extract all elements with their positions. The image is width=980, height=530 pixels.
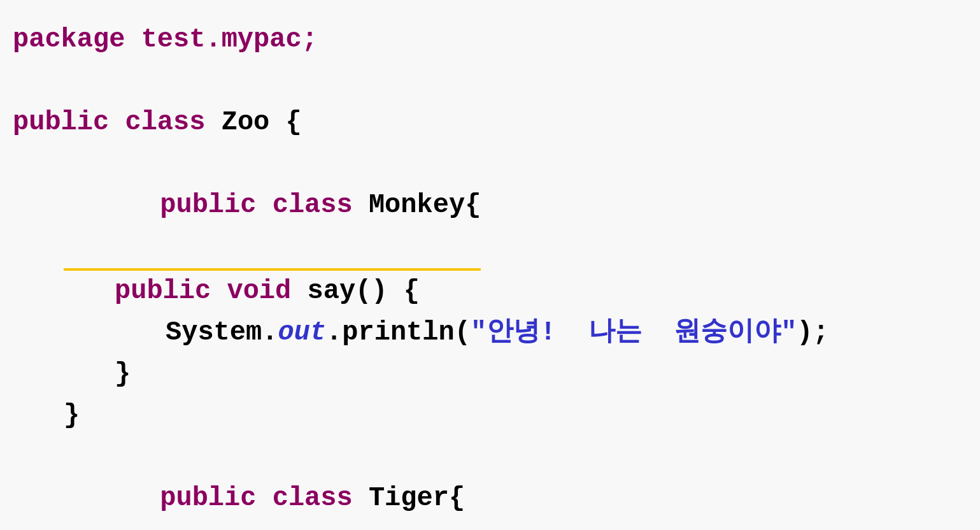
- println-text-1: .println(: [326, 312, 471, 354]
- keyword-public-3: public: [115, 271, 227, 312]
- code-line-class-monkey: public class Monkey{: [13, 143, 967, 270]
- keyword-void-1: void: [227, 271, 307, 312]
- code-line-blank1: [13, 61, 967, 102]
- keyword-public-1: public: [13, 102, 125, 143]
- keyword-class-2: class: [273, 190, 369, 220]
- monkey-class-underline: public class Monkey{: [64, 143, 481, 270]
- string-monkey: "안녕! 나는 원숭이야": [471, 312, 797, 354]
- code-line-println-1: System.out.println("안녕! 나는 원숭이야");: [13, 312, 967, 354]
- keyword-class-3: class: [273, 483, 369, 513]
- code-line-void-say-1: public void say() {: [13, 271, 967, 312]
- system-text-1: System.: [166, 312, 278, 354]
- tiger-class-underline: public class Tiger{: [64, 436, 465, 530]
- code-line-close-monkey: }: [13, 395, 967, 436]
- code-line-class-zoo: public class Zoo {: [13, 102, 967, 143]
- keyword-public-4: public: [160, 483, 272, 513]
- code-editor: package test.mypac; public class Zoo { p…: [0, 0, 980, 530]
- brace-close-monkey: }: [64, 395, 80, 436]
- keyword-public-2: public: [160, 190, 272, 220]
- code-line-package: package test.mypac;: [13, 19, 967, 61]
- classname-tiger: Tiger{: [369, 483, 465, 513]
- out-keyword-1: out: [278, 312, 326, 354]
- classname-monkey: Monkey{: [369, 190, 481, 220]
- keyword-class-1: class: [125, 102, 221, 143]
- code-line-close-void-1: }: [13, 354, 967, 395]
- classname-zoo: Zoo {: [222, 102, 302, 143]
- brace-close-void-1: }: [115, 354, 131, 395]
- method-say-1: say() {: [307, 271, 419, 312]
- code-line-class-tiger: public class Tiger{: [13, 436, 967, 530]
- semicolon-1: );: [797, 312, 828, 354]
- keyword-package: package test.mypac;: [13, 19, 318, 61]
